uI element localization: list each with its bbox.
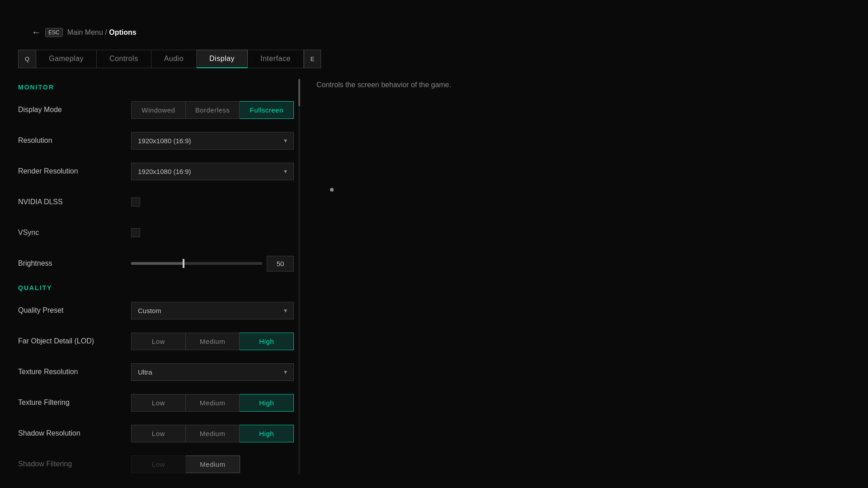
brightness-value: 50 (267, 256, 294, 272)
texture-filtering-label: Texture Filtering (18, 399, 108, 407)
breadcrumb-main: Main Menu (67, 28, 103, 36)
breadcrumb-text: Main Menu / Options (67, 28, 137, 37)
vsync-label: VSync (18, 229, 108, 237)
setting-texture-resolution: Texture Resolution Ultra ▾ (18, 362, 294, 382)
tab-display[interactable]: Display (197, 50, 248, 68)
back-icon[interactable]: ← (32, 27, 41, 38)
tab-next-key[interactable]: E (304, 50, 321, 68)
texture-filtering-buttons: Low Medium High (131, 394, 294, 412)
quality-preset-control: Custom ▾ (131, 302, 294, 319)
shadow-filtering-medium-button[interactable]: Medium (186, 455, 240, 473)
shadow-filtering-buttons: Low Medium (131, 455, 294, 473)
windowed-button[interactable]: Windowed (131, 101, 186, 119)
setting-quality-preset: Quality Preset Custom ▾ (18, 300, 294, 320)
texture-resolution-control: Ultra ▾ (131, 363, 294, 381)
far-object-detail-buttons: Low Medium High (131, 333, 294, 350)
shadow-resolution-control: Low Medium High (131, 425, 294, 442)
setting-render-resolution: Render Resolution 868x488 (16:9) ▾ (18, 161, 294, 181)
setting-vsync: VSync (18, 223, 294, 243)
texture-filtering-medium-button[interactable]: Medium (186, 394, 240, 412)
resolution-control: 868x488 (16:9) ▾ (131, 132, 294, 150)
shadow-filtering-label: Shadow Filtering (18, 460, 108, 468)
nvidia-dlss-checkbox[interactable] (131, 197, 140, 206)
shadow-resolution-medium-button[interactable]: Medium (186, 425, 240, 442)
resolution-dropdown[interactable]: 868x488 (16:9) ▾ (131, 132, 294, 150)
texture-resolution-value: Ultra (138, 368, 152, 376)
quality-preset-dropdown[interactable]: Custom ▾ (131, 302, 294, 319)
description-panel: Controls the screen behavior of the game… (316, 79, 588, 91)
tab-gameplay[interactable]: Gameplay (36, 50, 97, 68)
display-mode-buttons: Windowed Borderless Fullscreen (131, 101, 294, 119)
setting-far-object-detail: Far Object Detail (LOD) Low Medium High (18, 331, 294, 351)
far-lod-medium-button[interactable]: Medium (186, 333, 240, 350)
render-resolution-control: 868x488 (16:9) ▾ (131, 163, 294, 180)
tab-interface[interactable]: Interface (248, 50, 304, 68)
setting-shadow-resolution: Shadow Resolution Low Medium High (18, 423, 294, 443)
vsync-checkbox-container (131, 228, 294, 237)
borderless-button[interactable]: Borderless (186, 101, 240, 119)
render-resolution-label: Render Resolution (18, 167, 108, 175)
brightness-slider-container: 50 (131, 256, 294, 272)
brightness-slider-fill (131, 262, 184, 265)
texture-resolution-label: Texture Resolution (18, 368, 108, 376)
brightness-slider-thumb (183, 259, 184, 268)
quality-preset-value: Custom (138, 307, 161, 314)
cursor-indicator (330, 188, 334, 192)
breadcrumb-current: Options (109, 28, 136, 36)
render-resolution-chevron-icon: ▾ (284, 168, 287, 175)
tabs-bar: Q Gameplay Controls Audio Display Interf… (18, 50, 321, 68)
far-lod-high-button[interactable]: High (240, 333, 294, 350)
quality-preset-chevron-icon: ▾ (284, 307, 287, 314)
brightness-label: Brightness (18, 259, 108, 267)
texture-resolution-chevron-icon: ▾ (284, 368, 287, 375)
vsync-control (131, 228, 294, 237)
far-object-detail-control: Low Medium High (131, 333, 294, 350)
setting-brightness: Brightness 50 (18, 253, 294, 273)
nvidia-dlss-checkbox-container (131, 197, 294, 206)
shadow-resolution-high-button[interactable]: High (240, 425, 294, 442)
far-lod-low-button[interactable]: Low (131, 333, 186, 350)
scroll-thumb (298, 79, 300, 106)
setting-texture-filtering: Texture Filtering Low Medium High (18, 393, 294, 413)
texture-filtering-low-button[interactable]: Low (131, 394, 186, 412)
texture-filtering-high-button[interactable]: High (240, 394, 294, 412)
setting-shadow-filtering: Shadow Filtering Low Medium (18, 454, 294, 474)
resolution-chevron-icon: ▾ (284, 137, 287, 144)
far-object-detail-label: Far Object Detail (LOD) (18, 337, 108, 345)
tab-audio[interactable]: Audio (151, 50, 197, 68)
section-monitor-label: MONITOR (18, 84, 294, 91)
nvidia-dlss-control (131, 197, 294, 206)
shadow-filtering-control: Low Medium (131, 455, 294, 473)
brightness-slider-track[interactable] (131, 262, 262, 265)
render-resolution-value: 868x488 (16:9) (138, 168, 191, 175)
options-page: ← ESC Main Menu / Options Q Gameplay Con… (0, 0, 868, 488)
quality-preset-label: Quality Preset (18, 306, 108, 314)
scroll-track[interactable] (298, 79, 300, 474)
setting-nvidia-dlss: NVIDIA DLSS (18, 192, 294, 212)
breadcrumb: ← ESC Main Menu / Options (32, 27, 137, 38)
resolution-value: 868x488 (16:9) (138, 137, 191, 145)
texture-filtering-control: Low Medium High (131, 394, 294, 412)
resolution-label: Resolution (18, 136, 108, 145)
vsync-checkbox[interactable] (131, 228, 140, 237)
shadow-resolution-buttons: Low Medium High (131, 425, 294, 442)
nvidia-dlss-label: NVIDIA DLSS (18, 198, 108, 206)
esc-key-badge[interactable]: ESC (45, 28, 63, 37)
fullscreen-button[interactable]: Fullscreen (240, 101, 294, 119)
texture-resolution-dropdown[interactable]: Ultra ▾ (131, 363, 294, 381)
section-quality-label: QUALITY (18, 284, 294, 291)
display-mode-control: Windowed Borderless Fullscreen (131, 101, 294, 119)
setting-resolution: Resolution 868x488 (16:9) ▾ (18, 131, 294, 150)
setting-display-mode: Display Mode Windowed Borderless Fullscr… (18, 100, 294, 120)
shadow-filtering-low-button[interactable]: Low (131, 455, 186, 473)
display-mode-label: Display Mode (18, 106, 108, 114)
brightness-control: 50 (131, 256, 294, 272)
shadow-resolution-low-button[interactable]: Low (131, 425, 186, 442)
tab-prev-key[interactable]: Q (18, 50, 36, 68)
tab-controls[interactable]: Controls (97, 50, 151, 68)
shadow-resolution-label: Shadow Resolution (18, 429, 108, 437)
description-text: Controls the screen behavior of the game… (316, 79, 588, 91)
settings-content: MONITOR Display Mode Windowed Borderless… (18, 79, 298, 488)
render-resolution-dropdown[interactable]: 868x488 (16:9) ▾ (131, 163, 294, 180)
breadcrumb-separator: / (105, 28, 109, 36)
